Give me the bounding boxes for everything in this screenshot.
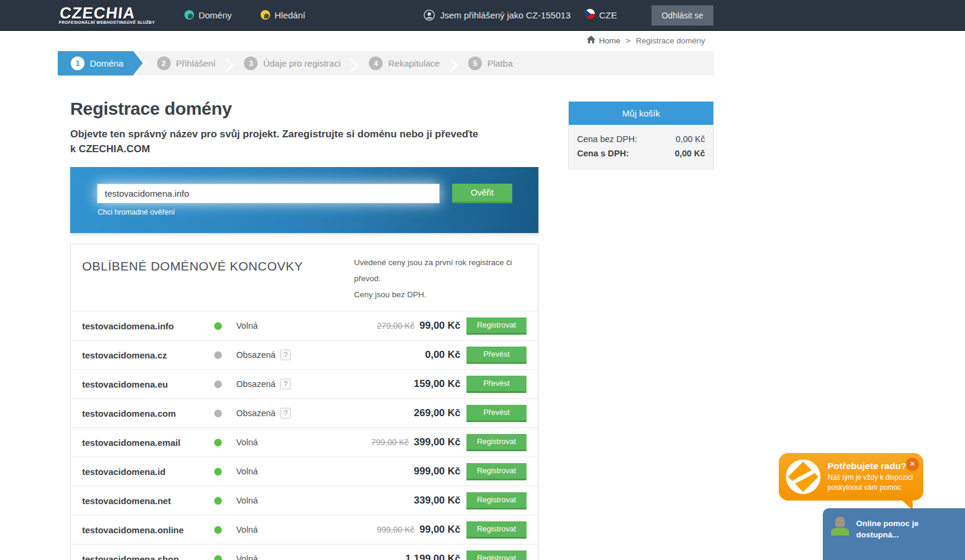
row-action-button[interactable]: Registrovat <box>466 550 527 560</box>
step-number: 3 <box>244 56 258 70</box>
status-dot <box>214 380 222 388</box>
cart-value: 0,00 Kč <box>675 149 705 158</box>
step-payment[interactable]: 5 Platba <box>455 51 528 75</box>
step-login[interactable]: 2 Přihlášení <box>144 51 231 75</box>
row-action-button[interactable]: Registrovat <box>466 463 527 480</box>
step-number: 2 <box>157 56 171 70</box>
price-cell: 269,00 Kč <box>291 407 466 419</box>
nav-item-label: Hledání <box>275 10 306 20</box>
row-action-button[interactable]: Převést <box>466 405 527 422</box>
status-dot <box>214 526 222 534</box>
help-icon[interactable]: ? <box>280 379 291 389</box>
domain-name: testovacidomena.email <box>82 438 214 448</box>
status-label: Volná <box>236 467 258 476</box>
status-dot <box>214 410 222 417</box>
chat-line1: Náš tým je vždy k dispozici <box>828 473 913 483</box>
bulk-check-link[interactable]: Chci hromadné ověření <box>98 208 175 216</box>
status-label: Volná <box>236 554 258 560</box>
chat-logo-icon <box>786 460 820 494</box>
status-label: Volná <box>236 496 258 505</box>
chat-line2: poskytnout vám pomoc <box>828 483 913 493</box>
price-cell: 999,00 Kč 99,00 Kč <box>273 524 466 536</box>
price-cell: 999,00 Kč <box>273 465 466 477</box>
user-label: Jsem přihlášený jako CZ-155013 <box>440 10 571 20</box>
domain-search-input[interactable] <box>97 184 440 203</box>
table-row: testovacidomena.shop Volná 1.199,00 Kč R… <box>71 544 538 560</box>
table-row: testovacidomena.online Volná 999,00 Kč 9… <box>71 515 538 544</box>
price: 339,00 Kč <box>414 495 460 506</box>
table-row: testovacidomena.id Volná 999,00 Kč Regis… <box>71 457 538 486</box>
chat-title: Potřebujete radu? <box>828 461 913 471</box>
user-icon <box>424 10 435 21</box>
status-dot <box>214 351 222 359</box>
chat-status-text: Online pomoc je dostupná... <box>856 517 957 560</box>
breadcrumb-home-link[interactable]: Home <box>587 36 621 45</box>
status-label: Obsazená <box>236 408 275 418</box>
agent-avatar-icon <box>831 517 849 536</box>
row-action-button[interactable]: Registrovat <box>466 492 527 509</box>
logout-button[interactable]: Odhlásit se <box>651 5 713 26</box>
language-switcher[interactable]: CZE <box>585 9 617 21</box>
help-icon[interactable]: ? <box>280 408 291 419</box>
step-registration-data[interactable]: 3 Údaje pro registraci <box>231 51 356 75</box>
cart-panel: Můj košík Cena bez DPH: 0,00 Kč Cena s D… <box>568 101 714 169</box>
status-label: Volná <box>236 525 258 534</box>
logo-title: CZECHIA <box>59 6 156 20</box>
lang-label: CZE <box>599 10 617 20</box>
nav-item-domains[interactable]: Domény <box>184 10 232 20</box>
price: 99,00 Kč <box>419 524 460 535</box>
breadcrumb-current: Registrace domény <box>636 36 705 45</box>
help-icon[interactable]: ? <box>280 350 291 360</box>
price: 1.199,00 Kč <box>405 553 460 560</box>
status-dot <box>214 497 222 505</box>
price-cell: 159,00 Kč <box>291 378 466 390</box>
cart-row-net: Cena bez DPH: 0,00 Kč <box>577 132 705 146</box>
status-dot <box>214 322 222 330</box>
status-label: Obsazená <box>236 379 275 389</box>
price: 269,00 Kč <box>414 407 460 419</box>
row-action-button[interactable]: Registrovat <box>466 434 527 451</box>
page-subtitle: Objevte ten správný název pro svůj proje… <box>70 127 481 156</box>
chat-invite-text: Potřebujete radu? Náš tým je vždy k disp… <box>828 461 913 493</box>
old-price: 799,00 Kč <box>371 438 409 447</box>
step-label: Údaje pro registraci <box>263 58 340 68</box>
step-label: Doména <box>90 58 124 68</box>
step-label: Rekapitulace <box>388 58 440 68</box>
domain-name: testovacidomena.online <box>82 525 214 535</box>
price: 999,00 Kč <box>414 465 460 477</box>
breadcrumb-home-label: Home <box>599 36 621 45</box>
old-price: 279,00 Kč <box>377 321 414 331</box>
logged-in-user: Jsem přihlášený jako CZ-155013 <box>424 10 571 21</box>
search-globe-icon <box>261 10 270 20</box>
table-notes: Uvedené ceny jsou za první rok registrac… <box>354 254 527 303</box>
nav-item-search[interactable]: Hledání <box>261 10 306 20</box>
home-icon <box>587 36 596 45</box>
status-label: Volná <box>236 438 258 447</box>
step-domain[interactable]: 1 Doména <box>58 51 133 75</box>
step-label: Přihlášení <box>176 58 216 68</box>
chat-invite-bubble[interactable]: Potřebujete radu? Náš tým je vždy k disp… <box>779 453 923 501</box>
step-recap[interactable]: 4 Rekapitulace <box>356 51 455 75</box>
row-action-button[interactable]: Převést <box>466 347 527 364</box>
step-number: 5 <box>468 56 482 70</box>
step-label: Platba <box>487 58 513 68</box>
table-row: testovacidomena.net Volná 339,00 Kč Regi… <box>71 486 538 515</box>
row-action-button[interactable]: Převést <box>466 376 527 393</box>
table-row: testovacidomena.eu Obsazená ? 159,00 Kč … <box>71 369 538 398</box>
row-action-button[interactable]: Registrovat <box>466 521 527 539</box>
chat-status-bar[interactable]: Online pomoc je dostupná... <box>823 508 965 560</box>
table-note-line1: Uvedené ceny jsou za první rok registrac… <box>354 254 527 287</box>
chat-close-icon[interactable]: ✕ <box>906 458 919 470</box>
domain-name: testovacidomena.com <box>82 408 214 419</box>
price: 159,00 Kč <box>414 378 460 389</box>
status-dot <box>214 555 222 560</box>
verify-button[interactable]: Ověřit <box>452 184 512 203</box>
row-action-button[interactable]: Registrovat <box>466 317 527 335</box>
domains-globe-icon <box>184 10 194 20</box>
czechia-logo[interactable]: CZECHIA PROFESIONÁLNÍ WEBHOSTINGOVÉ SLUŽ… <box>58 6 156 24</box>
table-title: OBLÍBENÉ DOMÉNOVÉ KONCOVKY <box>82 254 303 303</box>
table-head: OBLÍBENÉ DOMÉNOVÉ KONCOVKY Uvedené ceny … <box>71 244 538 311</box>
price: 399,00 Kč <box>414 436 460 448</box>
logo-subtitle: PROFESIONÁLNÍ WEBHOSTINGOVÉ SLUŽBY <box>58 20 155 24</box>
price-cell: 339,00 Kč <box>273 495 466 506</box>
